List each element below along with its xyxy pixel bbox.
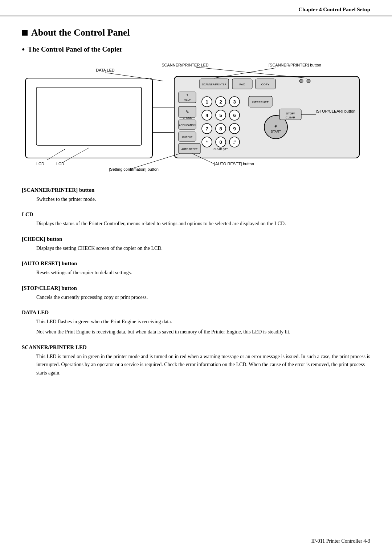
svg-line-61	[105, 73, 163, 81]
desc-title-check: [CHECK] button	[22, 236, 370, 242]
desc-scanner-printer-led: SCANNER/PRINTER LED This LED is turned o…	[22, 344, 370, 377]
desc-check-button: [CHECK] button Displays the setting CHEC…	[22, 236, 370, 252]
svg-text:✎: ✎	[185, 109, 189, 114]
svg-text:FAX: FAX	[239, 83, 245, 86]
svg-text:APPLICATION: APPLICATION	[179, 124, 196, 126]
svg-text:INTERRUPT: INTERRUPT	[252, 101, 269, 104]
svg-text:SCANNER/PRINTER: SCANNER/PRINTER	[202, 83, 226, 86]
subsection-title: The Control Panel of the Copier	[22, 45, 370, 53]
svg-point-57	[307, 79, 310, 83]
desc-body-data-led: This LED flashes in green when the Print…	[36, 318, 370, 336]
desc-title-data-led: DATA LED	[22, 309, 370, 316]
main-content: About the Control Panel The Control Pane…	[0, 27, 392, 400]
desc-title-lcd: LCD	[22, 211, 370, 218]
desc-title-stop-clear: [STOP/CLEAR] button	[22, 285, 370, 291]
svg-text:5: 5	[219, 113, 222, 118]
control-panel-diagram: LCD SCANNER/PRINTER FAX COPY ? HELP ✎ CH…	[22, 60, 370, 176]
desc-body-lcd: Displays the status of the Printer Contr…	[36, 220, 370, 228]
svg-text:STOP/: STOP/	[286, 112, 295, 115]
desc-body-check: Displays the setting CHECK screen of the…	[36, 244, 370, 252]
desc-data-led: DATA LED This LED flashes in green when …	[22, 309, 370, 336]
svg-text:0: 0	[219, 139, 222, 145]
desc-scanner-printer-button: [SCANNER/PRINTER] button Switches to the…	[22, 187, 370, 203]
svg-text:DATA LED: DATA LED	[96, 68, 115, 72]
svg-text:[SCANNER/PRINTER] button: [SCANNER/PRINTER] button	[269, 63, 321, 67]
svg-text:#: #	[233, 139, 236, 145]
svg-text:?: ?	[187, 94, 188, 97]
svg-text:3: 3	[233, 99, 236, 105]
desc-title-scanner-printer: [SCANNER/PRINTER] button	[22, 187, 370, 193]
page-number: IP-011 Printer Controller 4-3	[311, 538, 370, 544]
svg-text:AUTO RESET: AUTO RESET	[181, 148, 198, 150]
svg-text:COPY: COPY	[261, 83, 270, 86]
svg-text:CLEAR QTY: CLEAR QTY	[213, 148, 228, 151]
desc-stop-clear: [STOP/CLEAR] button Cancels the currentl…	[22, 285, 370, 301]
svg-text:9: 9	[233, 126, 236, 131]
page-footer: IP-011 Printer Controller 4-3	[311, 538, 370, 544]
desc-lcd: LCD Displays the status of the Printer C…	[22, 211, 370, 228]
chapter-title: Chapter 4 Control Panel Setup	[298, 7, 370, 13]
svg-text:◈: ◈	[274, 124, 277, 128]
svg-text:[Setting confirmation] button: [Setting confirmation] button	[109, 167, 159, 171]
svg-rect-0	[25, 78, 152, 158]
svg-text:SCANNER/PRINTER LED: SCANNER/PRINTER LED	[162, 63, 209, 67]
svg-text:8: 8	[219, 126, 222, 131]
svg-point-56	[299, 79, 303, 83]
svg-text:OUTPUT: OUTPUT	[182, 136, 193, 138]
svg-text:LCD: LCD	[36, 162, 44, 166]
desc-body-stop-clear: Cancels the currently processing copy or…	[36, 293, 370, 301]
section-title: About the Control Panel	[22, 27, 370, 38]
svg-text:CLEAR: CLEAR	[286, 116, 295, 119]
svg-text:6: 6	[233, 113, 236, 118]
svg-text:START: START	[271, 130, 281, 133]
svg-text:CHECK: CHECK	[183, 117, 192, 119]
svg-rect-1	[36, 87, 142, 145]
svg-text:1: 1	[205, 99, 208, 105]
svg-text:4: 4	[205, 113, 208, 118]
desc-title-scanner-printer-led: SCANNER/PRINTER LED	[22, 344, 370, 351]
svg-text:[STOP/CLEAR] button: [STOP/CLEAR] button	[316, 109, 355, 113]
svg-line-71	[62, 148, 89, 163]
desc-auto-reset: [AUTO RESET] button Resets settings of t…	[22, 260, 370, 277]
panel-svg: LCD SCANNER/PRINTER FAX COPY ? HELP ✎ CH…	[22, 60, 370, 173]
svg-text:[AUTO RESET] button: [AUTO RESET] button	[214, 162, 254, 166]
desc-title-auto-reset: [AUTO RESET] button	[22, 260, 370, 267]
svg-text:HELP: HELP	[184, 98, 191, 101]
svg-text:*: *	[206, 139, 208, 145]
svg-line-73	[131, 154, 180, 169]
desc-body-auto-reset: Resets settings of the copier to default…	[36, 269, 370, 277]
desc-body-scanner-printer-led: This LED is turned on in green in the pr…	[36, 353, 370, 377]
desc-body-scanner-printer: Switches to the printer mode.	[36, 195, 370, 203]
svg-text:2: 2	[219, 99, 222, 105]
svg-text:7: 7	[205, 126, 208, 131]
page-header: Chapter 4 Control Panel Setup	[0, 0, 392, 16]
